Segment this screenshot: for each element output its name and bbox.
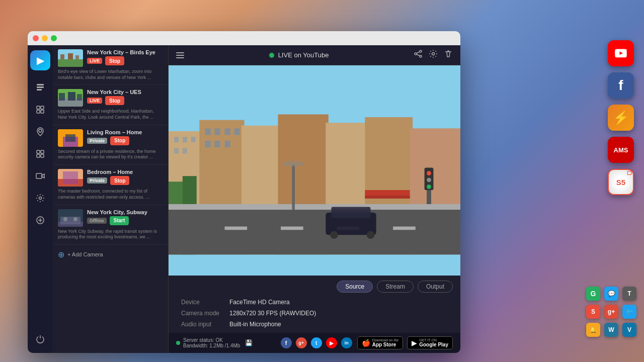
menu-lines bbox=[176, 52, 184, 58]
camera-item-subway[interactable]: New York City, Subway Offline Start New … bbox=[53, 205, 168, 245]
maximize-button[interactable] bbox=[51, 35, 57, 41]
sidebar-item-location[interactable] bbox=[31, 123, 49, 141]
svg-rect-16 bbox=[58, 59, 83, 67]
add-circle-icon: ⊕ bbox=[58, 250, 64, 259]
camera-item-nyc-ues[interactable]: New York City – UES LIVE Stop Upper East… bbox=[53, 85, 168, 125]
google-play-badge[interactable]: ▶ GET IT ON Google Play bbox=[407, 336, 453, 349]
app-logo[interactable]: ▶ bbox=[30, 50, 50, 70]
svg-point-72 bbox=[330, 231, 338, 239]
output-tab[interactable]: Output bbox=[418, 281, 453, 293]
facebook-social-icon[interactable]: f bbox=[281, 337, 292, 348]
svg-rect-52 bbox=[191, 137, 196, 142]
app-store-badge[interactable]: 🍎 Download on the App Store bbox=[357, 336, 404, 349]
google-plus-social-icon[interactable]: g+ bbox=[296, 337, 307, 348]
apple-icon: 🍎 bbox=[362, 339, 370, 347]
sidebar-item-contacts[interactable] bbox=[31, 78, 49, 97]
s-icon[interactable]: S bbox=[586, 305, 600, 319]
menu-line-1 bbox=[176, 52, 184, 53]
camera-status-row: LIVE Stop bbox=[87, 56, 163, 65]
camera-item-nyc-birds-eye[interactable]: New York City – Birds Eye LIVE Stop Bird… bbox=[53, 45, 168, 85]
minimize-button[interactable] bbox=[42, 35, 48, 41]
camera-name: New York City – Birds Eye bbox=[87, 49, 163, 55]
youtube-social-icon[interactable]: ▶ bbox=[326, 337, 337, 348]
store-badges: 🍎 Download on the App Store ▶ GET IT ON … bbox=[357, 336, 453, 349]
svg-rect-60 bbox=[214, 141, 220, 147]
camera-status-row: Private Stop bbox=[87, 176, 163, 185]
desktop-icon-row-1: G 💬 T bbox=[586, 287, 636, 301]
thunder-desktop-icon[interactable]: ⚡ bbox=[608, 105, 634, 131]
svg-point-7 bbox=[39, 129, 42, 132]
sidebar-icons: ▶ bbox=[28, 45, 53, 353]
svg-rect-50 bbox=[174, 137, 179, 142]
stop-button[interactable]: Stop bbox=[110, 136, 129, 145]
twitter-social-icon[interactable]: t bbox=[311, 337, 322, 348]
source-tab[interactable]: Source bbox=[337, 281, 373, 293]
status-badge: LIVE bbox=[87, 58, 102, 64]
w-icon[interactable]: W bbox=[604, 323, 618, 337]
desktop-icons: f ⚡ AMS S5 bbox=[608, 40, 634, 195]
stop-button[interactable]: Stop bbox=[105, 56, 124, 65]
status-text-block: Server status: OK Bandwidth: 1.2Mb /1.4M… bbox=[183, 337, 240, 348]
camera-list: New York City – Birds Eye LIVE Stop Bird… bbox=[53, 45, 169, 353]
menu-icon[interactable] bbox=[176, 52, 184, 58]
svg-rect-64 bbox=[169, 210, 460, 254]
camera-item-living-room[interactable]: Living Room – Home Private Stop Secured … bbox=[53, 125, 168, 165]
svg-rect-23 bbox=[68, 92, 75, 101]
svg-rect-56 bbox=[214, 128, 220, 135]
sidebar-item-settings[interactable] bbox=[31, 189, 49, 207]
youtube-desktop-icon[interactable] bbox=[608, 40, 634, 66]
start-button[interactable]: Start bbox=[110, 216, 129, 225]
share-button[interactable] bbox=[414, 49, 423, 61]
camera-status-row: Offline Start bbox=[87, 216, 163, 225]
svg-rect-6 bbox=[41, 110, 44, 113]
sidebar-item-library[interactable] bbox=[31, 101, 49, 119]
g-icon[interactable]: G bbox=[586, 287, 600, 301]
sidebar-item-grid[interactable] bbox=[31, 145, 49, 163]
s5-desktop-icon[interactable]: S5 bbox=[608, 169, 634, 195]
linkedin-social-icon[interactable]: in bbox=[341, 337, 352, 348]
camera-mode-value: 644x362 30 FPS (RAWVIDEO) bbox=[229, 310, 448, 317]
camera-name: New York City – UES bbox=[87, 89, 163, 95]
sidebar-item-video[interactable] bbox=[31, 167, 49, 185]
app-store-line2: App Store bbox=[372, 342, 399, 347]
delete-button[interactable] bbox=[444, 49, 453, 61]
stream-tab[interactable]: Stream bbox=[377, 281, 414, 293]
close-button[interactable] bbox=[33, 35, 39, 41]
bandwidth-label: Bandwidth: 1.2Mb /1.4Mb bbox=[183, 343, 240, 348]
sidebar-item-power[interactable] bbox=[31, 330, 49, 348]
settings-button[interactable] bbox=[429, 49, 438, 61]
g2-icon[interactable]: g+ bbox=[604, 305, 618, 319]
google-play-icon: ▶ bbox=[412, 339, 417, 347]
camera-description: The master bedroom, connected to my list… bbox=[58, 189, 163, 200]
add-camera-button[interactable]: ⊕ + Add Camera bbox=[53, 245, 168, 264]
stop-button[interactable]: Stop bbox=[105, 96, 124, 105]
status-badge: LIVE bbox=[87, 98, 102, 104]
v-icon[interactable]: V bbox=[622, 323, 636, 337]
s5-label: S5 bbox=[616, 178, 625, 187]
stop-button[interactable]: Stop bbox=[110, 176, 129, 185]
status-indicator-dot bbox=[176, 341, 180, 345]
status-badge: Private bbox=[87, 177, 107, 184]
svg-point-73 bbox=[367, 231, 375, 239]
sidebar-item-add[interactable] bbox=[31, 211, 49, 229]
bandwidth-icon: 💾 bbox=[245, 339, 253, 346]
camera-item-bedroom[interactable]: Bedroom – Home Private Stop The master b… bbox=[53, 165, 168, 205]
svg-rect-11 bbox=[41, 154, 44, 157]
menu-line-3 bbox=[176, 57, 184, 58]
ams-desktop-icon[interactable]: AMS bbox=[608, 137, 634, 163]
tab-row: Source Stream Output bbox=[176, 281, 453, 293]
t-icon[interactable]: T bbox=[622, 287, 636, 301]
svg-rect-55 bbox=[205, 128, 211, 135]
camera-description: Bird's-eye view of Lower Manhattan, zoom… bbox=[58, 69, 163, 80]
svg-rect-51 bbox=[183, 137, 187, 142]
svg-point-13 bbox=[39, 197, 42, 200]
s5-circle-detail bbox=[627, 171, 631, 175]
facebook-desktop-icon[interactable]: f bbox=[608, 72, 634, 99]
orange-icon[interactable]: 🔔 bbox=[586, 323, 600, 337]
svg-point-82 bbox=[282, 161, 304, 166]
svg-rect-33 bbox=[60, 217, 80, 224]
audio-input-value: Built-in Microphone bbox=[229, 321, 448, 328]
chat-icon[interactable]: 💬 bbox=[604, 287, 618, 301]
svg-rect-66 bbox=[281, 227, 303, 230]
twitter-small-icon[interactable]: 🐦 bbox=[622, 305, 636, 319]
